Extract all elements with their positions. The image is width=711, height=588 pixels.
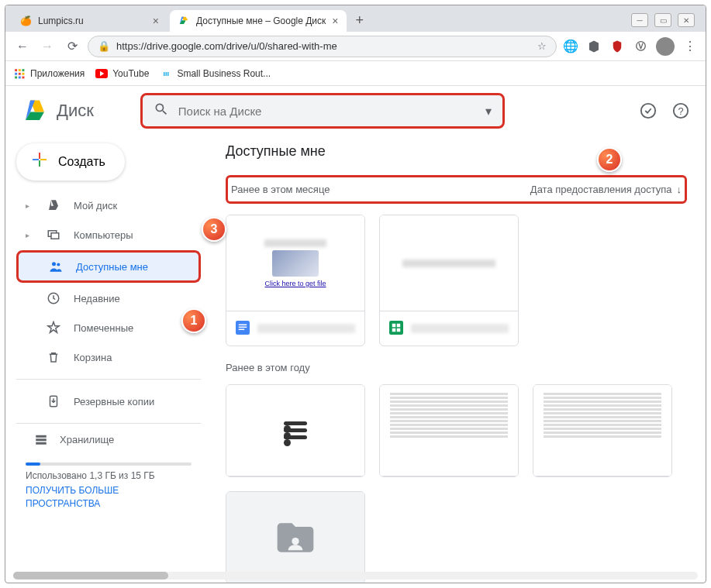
extension-cube-icon[interactable] <box>586 39 602 54</box>
tab-favicon-icon: 🍊 <box>19 15 32 27</box>
annotation-marker-1: 1 <box>181 308 206 333</box>
file-card[interactable] <box>533 384 672 477</box>
search-input[interactable] <box>178 105 476 118</box>
sort-button[interactable]: Дата предоставления доступа ↓ <box>530 184 682 195</box>
file-card[interactable] <box>379 384 519 477</box>
youtube-bookmark[interactable]: YouTube <box>95 67 149 80</box>
nav-label: Компьютеры <box>74 229 133 241</box>
file-preview: Click here to get file <box>226 215 364 311</box>
docs-icon <box>236 321 251 336</box>
sidebar-item-my-drive[interactable]: ▸ Мой диск <box>16 191 201 219</box>
apps-grid-icon <box>13 67 26 80</box>
svg-rect-30 <box>397 328 401 332</box>
extension-v-icon[interactable]: Ⓥ <box>633 39 648 54</box>
nav-label: Мой диск <box>74 200 117 211</box>
get-more-storage-link[interactable]: ПОЛУЧИТЬ БОЛЬШЕ ПРОСТРАНСТВА <box>26 484 192 511</box>
search-box[interactable]: ▾ <box>140 93 505 129</box>
arrow-down-icon: ↓ <box>677 184 682 195</box>
expand-icon[interactable]: ▸ <box>26 231 33 239</box>
horizontal-scrollbar[interactable] <box>13 572 698 579</box>
sidebar-item-storage[interactable]: Хранилище <box>16 432 201 447</box>
sidebar-item-backups[interactable]: ▸ Резервные копии <box>16 387 201 415</box>
nav-label: Корзина <box>74 352 112 363</box>
sort-label-text: Дата предоставления доступа <box>530 184 672 195</box>
file-card[interactable] <box>226 384 365 477</box>
sidebar-item-recent[interactable]: ▸ Недавние <box>16 284 201 312</box>
storage-used-text: Использовано 1,3 ГБ из 15 ГБ <box>26 470 192 481</box>
svg-rect-7 <box>19 76 21 78</box>
drive-logo-icon <box>21 97 49 125</box>
globe-icon[interactable]: 🌐 <box>563 39 578 54</box>
shared-folder-icon <box>274 516 317 559</box>
browser-tab-active[interactable]: Доступные мне – Google Диск × <box>170 10 347 32</box>
tab-close-icon[interactable]: × <box>153 15 159 27</box>
sidebar-item-computers[interactable]: ▸ Компьютеры <box>16 221 201 249</box>
bookmark-label: YouTube <box>112 68 149 79</box>
browser-tab[interactable]: 🍊 Lumpics.ru × <box>12 10 167 32</box>
star-bookmark-icon[interactable]: ☆ <box>537 40 547 52</box>
lock-icon: 🔒 <box>98 40 110 52</box>
trash-icon <box>46 349 61 365</box>
sbr-bookmark[interactable]: ııı Small Business Rout... <box>160 67 271 80</box>
browser-menu-icon[interactable]: ⋮ <box>682 39 698 54</box>
search-options-dropdown-icon[interactable]: ▾ <box>485 104 492 119</box>
profile-avatar[interactable] <box>656 37 675 56</box>
sidebar-divider <box>16 379 201 380</box>
apps-bookmark[interactable]: Приложения <box>13 67 85 80</box>
file-preview <box>226 492 364 583</box>
section-header-month: Ранее в этом месяце Дата предоставления … <box>226 175 687 204</box>
create-button[interactable]: Создать <box>16 143 125 181</box>
url-field[interactable]: 🔒 https://drive.google.com/drive/u/0/sha… <box>88 36 557 57</box>
file-card[interactable] <box>379 215 519 346</box>
reload-button[interactable]: ⟳ <box>63 37 81 56</box>
svg-rect-2 <box>22 69 25 71</box>
list-icon <box>284 418 307 442</box>
help-icon[interactable]: ? <box>671 101 690 120</box>
sidebar-item-trash[interactable]: ▸ Корзина <box>16 343 201 371</box>
drive-favicon-icon <box>178 15 190 27</box>
extension-shield-icon[interactable] <box>609 39 625 54</box>
star-icon <box>46 320 61 335</box>
svg-rect-24 <box>239 327 247 328</box>
nav-label: Недавние <box>74 293 120 304</box>
back-button[interactable]: ← <box>13 37 32 56</box>
nav-label: Доступные мне <box>76 261 148 273</box>
svg-rect-4 <box>19 72 21 74</box>
drive-logo-text: Диск <box>57 101 94 121</box>
svg-rect-25 <box>239 329 245 331</box>
window-close-button[interactable]: ✕ <box>678 13 695 27</box>
search-icon <box>154 101 169 120</box>
new-tab-button[interactable]: + <box>350 9 371 32</box>
svg-point-10 <box>641 104 655 118</box>
drive-logo[interactable]: Диск <box>21 97 94 125</box>
svg-rect-14 <box>51 233 59 239</box>
offline-ready-icon[interactable] <box>639 101 658 120</box>
youtube-icon <box>95 67 108 80</box>
drive-icon <box>46 198 61 213</box>
sheets-icon <box>389 321 405 336</box>
bookmarks-bar: Приложения YouTube ııı Small Business Ro… <box>5 61 706 86</box>
file-card[interactable]: Click here to get file <box>226 215 365 346</box>
sidebar-item-shared[interactable]: ▸ Доступные мне <box>16 250 201 283</box>
svg-rect-29 <box>392 328 396 332</box>
sidebar-divider <box>16 423 201 424</box>
sbr-icon: ııı <box>160 67 172 80</box>
clock-icon <box>46 291 61 306</box>
annotation-marker-3: 3 <box>202 217 226 242</box>
browser-tabs-bar: 🍊 Lumpics.ru × Доступные мне – Google Ди… <box>5 5 706 32</box>
svg-rect-19 <box>36 435 47 438</box>
section-header-year: Ранее в этом году <box>226 362 687 373</box>
section-label: Ранее в этом месяце <box>231 184 530 195</box>
forward-button[interactable]: → <box>38 37 57 56</box>
svg-rect-5 <box>22 72 25 74</box>
tab-title: Lumpics.ru <box>38 15 84 26</box>
tab-close-icon[interactable]: × <box>332 15 338 27</box>
window-maximize-button[interactable]: ▭ <box>654 13 671 27</box>
sidebar-item-starred[interactable]: ▸ Помеченные <box>16 314 201 342</box>
file-card[interactable] <box>226 491 365 583</box>
file-preview <box>380 215 518 311</box>
file-preview <box>533 385 671 476</box>
expand-icon[interactable]: ▸ <box>26 201 33 210</box>
window-minimize-button[interactable]: ─ <box>631 13 648 27</box>
nav-label: Резервные копии <box>74 396 154 407</box>
